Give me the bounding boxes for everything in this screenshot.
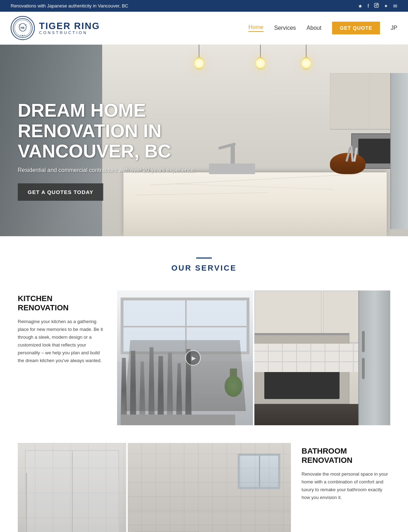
- section-divider: [196, 257, 212, 259]
- hero-section: DREAM HOME RENOVATION IN VANCOUVER, BC R…: [0, 45, 408, 236]
- logo-area: TR TIGER RING CONSTRUCTION: [11, 16, 100, 40]
- svg-point-11: [24, 35, 25, 35]
- light-bulb-3: [301, 45, 311, 66]
- svg-point-10: [21, 35, 21, 35]
- logo-name: TIGER RING: [39, 21, 100, 31]
- main-nav: Home Services About GET QUOTE JP: [248, 22, 397, 34]
- section-header: OUR SERVICE: [18, 257, 390, 273]
- yelp-icon[interactable]: ✦: [384, 3, 388, 9]
- star-icon[interactable]: ★: [358, 3, 363, 9]
- hero-content: DREAM HOME RENOVATION IN VANCOUVER, BC R…: [18, 100, 248, 201]
- light-bulb-1: [194, 45, 204, 73]
- facebook-icon[interactable]: f: [368, 3, 369, 9]
- language-toggle[interactable]: JP: [391, 25, 397, 31]
- logo-circle: TR: [11, 16, 35, 40]
- kitchen-text: KITCHENRENOVATION Reimagine your kitchen…: [18, 290, 106, 365]
- header: TR TIGER RING CONSTRUCTION Home Services…: [0, 12, 408, 45]
- bathroom-title: BATHROOMRENOVATION: [302, 447, 390, 465]
- kitchen-desc: Reimagine your kitchen as a gathering pl…: [18, 318, 106, 365]
- bathroom-renovation-row: BATHROOMRENOVATION Renovate the most per…: [18, 443, 390, 532]
- instagram-icon[interactable]: [374, 3, 379, 9]
- bathroom-image-2: [128, 443, 291, 532]
- svg-point-1: [376, 5, 377, 6]
- kitchen-title: KITCHENRENOVATION: [18, 294, 106, 313]
- logo-sub: CONSTRUCTION: [39, 31, 100, 35]
- hero-title: DREAM HOME RENOVATION IN VANCOUVER, BC: [18, 100, 248, 161]
- nav-home[interactable]: Home: [248, 24, 264, 32]
- nav-about[interactable]: About: [307, 25, 321, 31]
- top-bar-social-icons: ★ f ✦ ✉: [358, 3, 397, 9]
- bathroom-text: BATHROOMRENOVATION Renovate the most per…: [302, 443, 390, 501]
- hero-cta-button[interactable]: GET A QUOTES TODAY: [18, 183, 103, 201]
- svg-rect-0: [374, 3, 379, 7]
- logo-svg: TR: [12, 18, 33, 38]
- bathroom-images: [18, 443, 291, 532]
- nav-services[interactable]: Services: [274, 25, 296, 31]
- svg-point-2: [377, 4, 378, 4]
- top-bar: Renovations with Japanese authenticity i…: [0, 0, 408, 12]
- hero-subtitle: Residential and commercial contractors w…: [18, 167, 248, 173]
- email-icon[interactable]: ✉: [393, 3, 397, 9]
- services-section: OUR SERVICE KITCHENRENOVATION Reimagine …: [0, 236, 408, 532]
- play-button[interactable]: [185, 350, 201, 366]
- svg-text:TR: TR: [20, 26, 24, 30]
- get-quote-button[interactable]: GET QUOTE: [332, 22, 380, 34]
- light-bulb-2: [255, 45, 266, 73]
- bathroom-image-1: [18, 443, 126, 532]
- kitchen-image-2: [254, 290, 390, 425]
- top-bar-tagline: Renovations with Japanese authenticity i…: [11, 3, 128, 9]
- section-title: OUR SERVICE: [18, 264, 390, 273]
- kitchen-image-1: [117, 290, 253, 425]
- bathroom-desc: Renovate the most personal space in your…: [302, 470, 390, 501]
- kitchen-images: [117, 290, 390, 425]
- svg-point-9: [22, 35, 23, 36]
- logo-text: TIGER RING CONSTRUCTION: [39, 21, 100, 35]
- kitchen-renovation-row: KITCHENRENOVATION Reimagine your kitchen…: [18, 290, 390, 425]
